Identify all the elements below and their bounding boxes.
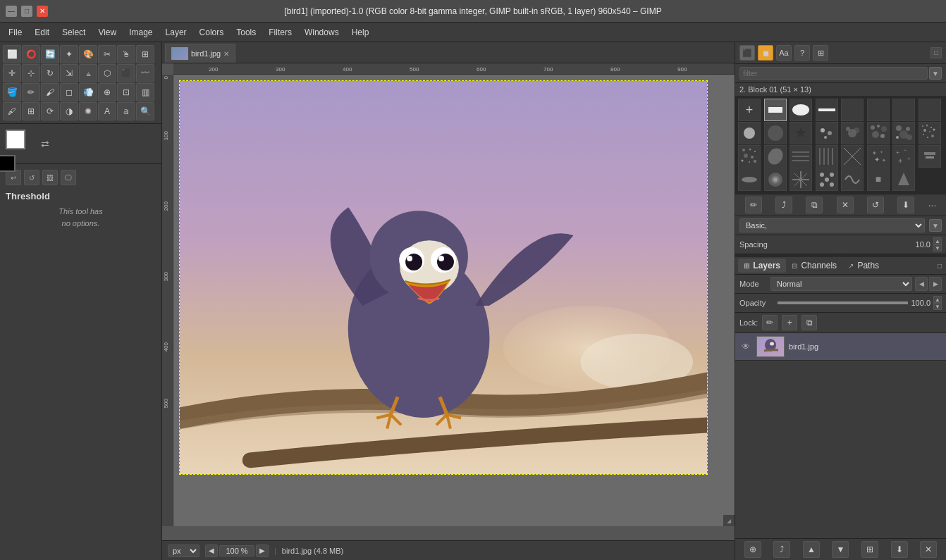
layer-duplicate-button[interactable]: ⊞ [861,541,878,558]
tool-select-color[interactable]: 🎨 [79,45,97,63]
brush-filter-dropdown[interactable]: ▼ [929,67,942,80]
brush-refresh-icon[interactable]: ↺ [867,197,884,213]
brush-cell-b6[interactable] [841,168,864,191]
panel-maximize-icon[interactable]: □ [930,47,942,58]
spacing-up[interactable]: ▲ [933,237,942,244]
tool-perspective-clone[interactable]: ⊡ [117,83,135,101]
tool-shear[interactable]: ⟁ [79,64,97,82]
brush-edit-icon[interactable]: ✏ [745,197,762,213]
menu-item-windows[interactable]: Windows [299,25,345,39]
image-tab-bird1[interactable]: bird1.jpg ✕ [165,44,235,63]
tool-path[interactable]: 𝕒 [117,102,135,120]
spacing-down[interactable]: ▼ [933,244,942,251]
brush-duplicate-icon[interactable]: ⧉ [806,197,823,213]
unit-selector[interactable]: px % mm [168,545,199,557]
menu-item-image[interactable]: Image [123,25,158,39]
tab-channels[interactable]: ⊟ Channels [786,259,842,273]
menu-item-edit[interactable]: Edit [29,25,55,39]
brush-cell-line[interactable] [816,99,838,121]
menu-item-view[interactable]: View [92,25,122,39]
brush-color-icon[interactable]: ◼ [758,45,773,61]
opacity-slider[interactable] [778,301,908,304]
brush-cell-blank1[interactable] [841,99,864,121]
brush-new-icon[interactable]: ⤴ [775,197,792,213]
lock-alpha-icon[interactable]: ⧉ [801,315,817,330]
brush-cell-dots1[interactable] [816,122,838,144]
tool-transform[interactable]: ⬛ [117,64,135,82]
brush-help-icon[interactable]: ? [794,45,810,61]
brush-cell-splat1[interactable] [841,122,864,144]
lock-paint-icon[interactable]: ✏ [762,315,778,330]
menu-item-select[interactable]: Select [56,25,91,39]
tool-paintbrush[interactable]: 🖌 [41,83,59,101]
brush-cell-texture1[interactable] [867,122,890,144]
brush-cell-scatter2[interactable]: + + + + [892,145,915,168]
tool-crop[interactable]: ⊹ [22,64,40,82]
layer-anchor-button[interactable]: ⬇ [891,541,908,558]
zoom-in-button[interactable]: ▶ [256,545,269,557]
brush-cell-circle-md[interactable] [764,122,787,144]
layers-corner-btn[interactable]: □ [936,261,943,271]
tool-warp[interactable]: 〰 [136,64,154,82]
canvas-background[interactable] [173,75,735,526]
brush-cell-lines2[interactable] [816,145,838,168]
tool-scale[interactable]: ⇲ [60,64,78,82]
canvas-image[interactable] [179,80,708,475]
brush-delete-icon[interactable]: ✕ [837,197,854,213]
brush-category-selector[interactable]: Basic, [739,218,925,232]
brush-cell-b4[interactable] [790,168,812,191]
menu-item-help[interactable]: Help [346,25,375,39]
tool-zoom[interactable]: 🔍 [136,102,154,120]
tool-ellipse-select[interactable]: ⭕ [22,45,40,63]
tool-text[interactable]: A [98,102,116,120]
brush-export-icon[interactable]: ⬇ [897,197,914,213]
brush-font-icon[interactable]: Aa [776,45,792,61]
opacity-up[interactable]: ▲ [933,296,942,303]
tab-layers[interactable]: ⊞ Layers [738,259,786,273]
zoom-out-button[interactable]: ◀ [205,545,218,557]
tool-preset-save[interactable]: ↩ [6,170,21,185]
menu-item-tools[interactable]: Tools [231,25,262,39]
tool-fuzzy-select[interactable]: ✦ [60,45,78,63]
layer-new-button[interactable]: ⊕ [744,541,761,558]
brush-cell-blank4[interactable] [919,99,941,121]
brush-filter-input[interactable] [739,67,928,80]
background-color[interactable] [0,155,16,172]
mode-prev[interactable]: ◀ [915,277,928,291]
layer-raise-button[interactable]: ⤴ [773,541,790,558]
layer-visibility-icon[interactable]: 👁 [739,340,752,353]
brush-cell-b7[interactable]: ■ [867,168,890,191]
brush-cell-ellipse-lg[interactable] [790,99,812,121]
brush-grid-icon[interactable]: ⊞ [813,45,828,61]
tool-foreground-select[interactable]: 🖱 [117,45,135,63]
brush-cell-star[interactable]: ★ [790,122,812,144]
maximize-button[interactable]: □ [21,6,32,17]
layer-down-button[interactable]: ▼ [832,541,849,558]
brush-cell-lines1[interactable] [790,145,812,168]
layer-delete-button[interactable]: ✕ [920,541,937,558]
brush-cell-blank2[interactable] [867,99,890,121]
brush-cell-texture2[interactable] [892,122,915,144]
lock-position-icon[interactable]: + [782,315,797,330]
tool-preset-restore[interactable]: ↺ [24,170,39,185]
brush-cell-b3[interactable] [764,168,787,191]
brush-cell-circle-sm[interactable] [738,122,761,144]
tool-pencil[interactable]: ✏ [22,83,40,101]
tool-dodge-burn[interactable]: ◑ [60,102,78,120]
menu-item-colors[interactable]: Colors [194,25,230,39]
brush-cell-cross2[interactable] [841,145,864,168]
minimize-button[interactable]: — [6,6,17,17]
tool-ink[interactable]: 🖋 [3,102,21,120]
tool-lasso[interactable]: 🔄 [41,45,59,63]
brush-cell-scatter1[interactable]: ✦ ✦ ✦ ✦ [867,145,890,168]
tool-convolve[interactable]: ✺ [79,102,97,120]
tool-airbrush[interactable]: 💨 [79,83,97,101]
brush-cell-b1[interactable] [919,145,941,168]
brush-category-dropdown[interactable]: ▼ [929,219,942,232]
brush-type-icon[interactable]: ⬛ [739,45,755,61]
opacity-down[interactable]: ▼ [933,303,942,310]
menu-item-file[interactable]: File [3,25,27,39]
brush-cell-b5[interactable] [816,168,838,191]
tool-blend[interactable]: ▥ [136,83,154,101]
brush-cell-cross[interactable]: + [738,99,761,121]
